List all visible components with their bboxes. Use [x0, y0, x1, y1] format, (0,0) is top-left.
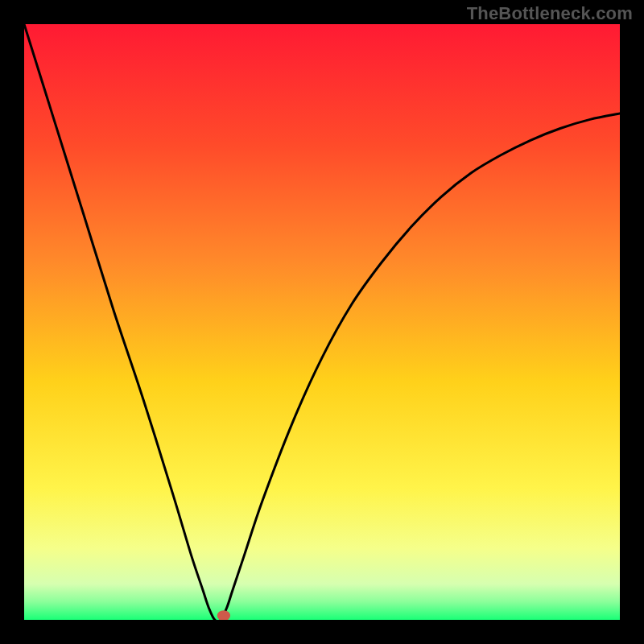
chart-frame: TheBottleneck.com [0, 0, 644, 644]
watermark-text: TheBottleneck.com [467, 3, 633, 24]
chart-plot-area [24, 24, 620, 620]
chart-background [24, 24, 620, 620]
chart-svg [24, 24, 620, 620]
